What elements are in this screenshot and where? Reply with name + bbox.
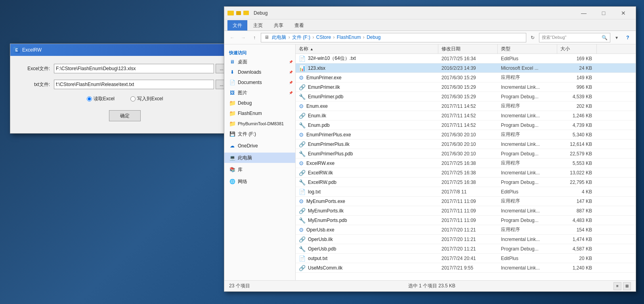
- help-button[interactable]: ?: [623, 33, 633, 42]
- file-date-cell: 2017/7/25 16:38: [438, 160, 498, 167]
- ilk-icon: 🔗: [299, 141, 306, 147]
- file-date-cell: 2017/6/30 15:29: [438, 84, 498, 91]
- col-header-type[interactable]: 类型: [498, 44, 557, 54]
- excelrw-dialog: E ExcelRW ✕ Excel文件: ... txt文件: ... 读取Ex…: [10, 44, 240, 134]
- file-type-cell: 应用程序: [498, 130, 557, 139]
- file-name-cell: 📊 123.xlsx: [296, 64, 438, 72]
- file-size-cell: 147 KB: [557, 198, 597, 205]
- downloads-icon: ⬇: [229, 69, 235, 75]
- file-date-cell: 2017/7/20 11:21: [438, 245, 498, 252]
- table-row[interactable]: 🔗 OperUsb.ilk 2017/7/20 11:21 Incrementa…: [296, 235, 636, 244]
- search-icon[interactable]: 🔍: [602, 35, 608, 40]
- file-date-cell: 2017/7/8 11: [438, 188, 498, 195]
- tab-view[interactable]: 查看: [289, 20, 309, 31]
- file-type-cell: Incremental Link...: [498, 236, 557, 243]
- file-type-cell: Incremental Link...: [498, 84, 557, 91]
- sidebar-item-drive-f[interactable]: 💾 文件 (F:): [224, 129, 295, 139]
- table-row[interactable]: 🔗 UseMsComm.ilk 2017/7/21 9:55 Increment…: [296, 263, 636, 273]
- txt-file-input[interactable]: [54, 80, 214, 89]
- back-button[interactable]: ←: [227, 33, 237, 42]
- table-row[interactable]: 🔧 Enum.pdb 2017/7/11 14:52 Program Debug…: [296, 120, 636, 130]
- pictures-icon: 🖼: [229, 90, 235, 96]
- sidebar-item-downloads[interactable]: ⬇ Downloads 📌: [224, 67, 295, 77]
- address-path[interactable]: 🖥 此电脑 › 文件 (F:) › CStore › FlashEnum › D…: [261, 33, 526, 42]
- col-header-date[interactable]: 修改日期: [438, 44, 498, 54]
- table-row[interactable]: ⚙ EnumPrimerPlus.exe 2017/6/30 20:10 应用程…: [296, 130, 636, 140]
- table-row[interactable]: 🔗 MyEnumPorts.ilk 2017/7/11 11:09 Increm…: [296, 206, 636, 216]
- table-row[interactable]: 🔗 Enum.ilk 2017/7/11 14:52 Incremental L…: [296, 111, 636, 120]
- file-date-cell: 2017/7/25 16:38: [438, 179, 498, 186]
- status-bar: 23 个项目 选中 1 个项目 23.5 KB ≡ ⊞: [224, 280, 636, 291]
- sidebar-item-pictures[interactable]: 🖼 图片 📌: [224, 88, 295, 98]
- table-row[interactable]: ⚙ EmunPrimer.exe 2017/6/30 15:29 应用程序 14…: [296, 73, 636, 82]
- file-name: ExcelRW.pdb: [308, 180, 336, 185]
- col-header-name[interactable]: 名称 ▲: [296, 44, 438, 54]
- close-button[interactable]: ✕: [614, 7, 633, 19]
- table-row[interactable]: 🔧 MyEnumPorts.pdb 2017/7/11 11:09 Progra…: [296, 216, 636, 225]
- expand-button[interactable]: ▾: [612, 33, 621, 42]
- table-row[interactable]: 🔧 EmunPrimer.pdb 2017/6/30 15:29 Program…: [296, 92, 636, 101]
- pdb-icon: 🔧: [299, 122, 306, 128]
- minimize-button[interactable]: —: [575, 7, 593, 19]
- pdb-icon: 🔧: [299, 246, 306, 252]
- write-excel-option[interactable]: 写入到Excel: [130, 96, 163, 102]
- table-row[interactable]: ⚙ Enum.exe 2017/7/11 14:52 应用程序 202 KB: [296, 101, 636, 111]
- table-row[interactable]: ⚙ MyEnumPorts.exe 2017/7/11 11:09 应用程序 1…: [296, 197, 636, 206]
- file-name: ExcelRW.exe: [306, 161, 334, 166]
- file-date-cell: 2017/7/25 16:38: [438, 169, 498, 176]
- file-name-cell: 🔗 UseMsComm.ilk: [296, 264, 438, 272]
- tab-home[interactable]: 主页: [248, 20, 268, 31]
- network-section: 🌐 网络: [224, 176, 295, 187]
- maximize-button[interactable]: □: [594, 7, 613, 19]
- file-name: EnumPrimerPlus.ilk: [308, 141, 350, 147]
- table-row[interactable]: ⚙ ExcelRW.exe 2017/7/25 16:38 应用程序 5,553…: [296, 159, 636, 168]
- sidebar-item-thispc[interactable]: 💻 此电脑: [224, 153, 295, 163]
- table-row[interactable]: ⚙ OperUsb.exe 2017/7/20 11:21 应用程序 154 K…: [296, 225, 636, 235]
- view-detail-button[interactable]: ⊞: [623, 282, 631, 290]
- table-row[interactable]: 📊 123.xlsx 2016/2/23 14:39 Microsoft Exc…: [296, 63, 636, 73]
- table-row[interactable]: 🔗 ExcelRW.ilk 2017/7/25 16:38 Incrementa…: [296, 168, 636, 178]
- sidebar-item-flashenum[interactable]: 📁 FlashEnum: [224, 108, 295, 119]
- sidebar-item-onedrive[interactable]: ☁ OneDrive: [224, 141, 295, 151]
- table-row[interactable]: 🔗 EmunPrimer.ilk 2017/6/30 15:29 Increme…: [296, 82, 636, 92]
- file-type-cell: Program Debug...: [498, 150, 557, 157]
- file-name-cell: 🔗 ExcelRW.ilk: [296, 169, 438, 177]
- view-list-button[interactable]: ≡: [613, 282, 621, 290]
- table-row[interactable]: 📄 32#-win10（64位）.txt 2017/7/25 16:34 Edi…: [296, 54, 636, 63]
- excel-file-input[interactable]: [54, 64, 214, 73]
- forward-button[interactable]: →: [239, 33, 248, 42]
- search-box[interactable]: 搜索"Debug" 🔍: [539, 33, 610, 42]
- write-excel-radio[interactable]: [130, 96, 136, 101]
- pin-icon-desktop: 📌: [289, 60, 292, 63]
- table-row[interactable]: 🔧 ExcelRW.pdb 2017/7/25 16:38 Program De…: [296, 178, 636, 187]
- refresh-button[interactable]: ↻: [528, 33, 537, 42]
- read-excel-radio[interactable]: [87, 96, 92, 101]
- tab-share[interactable]: 共享: [269, 20, 289, 31]
- file-name-cell: 📄 32#-win10（64位）.txt: [296, 54, 438, 63]
- col-header-size[interactable]: 大小: [557, 44, 597, 54]
- tab-file[interactable]: 文件: [227, 20, 247, 31]
- status-selected: 选中 1 个项目 23.5 KB: [408, 283, 455, 289]
- sidebar-item-phyburtin[interactable]: 📁 PhyBurninTool-DM8381: [224, 119, 295, 129]
- file-type-cell: Incremental Link...: [498, 141, 557, 148]
- table-row[interactable]: 📄 output.txt 2017/7/24 20:41 EditPlus 20…: [296, 254, 636, 263]
- table-row[interactable]: 🔧 EnumPrimerPlus.pdb 2017/6/30 20:10 Pro…: [296, 149, 636, 159]
- table-row[interactable]: 🔧 OperUsb.pdb 2017/7/20 11:21 Program De…: [296, 244, 636, 254]
- sidebar-item-debug[interactable]: 📁 Debug: [224, 98, 295, 108]
- sidebar-label-documents: Documents: [238, 80, 262, 85]
- table-row[interactable]: 🔗 EnumPrimerPlus.ilk 2017/6/30 20:10 Inc…: [296, 140, 636, 149]
- quick-access-label: 快速访问: [224, 48, 295, 57]
- read-excel-option[interactable]: 读取Excel: [87, 96, 115, 102]
- file-name-cell: ⚙ EmunPrimer.exe: [296, 74, 438, 82]
- sidebar-item-documents[interactable]: 📄 Documents 📌: [224, 77, 295, 88]
- file-date-cell: 2017/7/11 11:09: [438, 217, 498, 224]
- file-date-cell: 2017/7/20 11:21: [438, 226, 498, 233]
- desktop-icon: 🖥: [229, 59, 235, 65]
- sidebar-item-network[interactable]: 🌐 网络: [224, 176, 295, 187]
- sidebar-item-library[interactable]: 📚 库: [224, 164, 295, 175]
- table-row[interactable]: 📄 log.txt 2017/7/8 11 EditPlus 4 KB: [296, 187, 636, 197]
- sidebar-item-desktop[interactable]: 🖥 桌面 📌: [224, 57, 295, 67]
- up-button[interactable]: ↑: [250, 33, 259, 42]
- confirm-button[interactable]: 确定: [109, 110, 141, 121]
- file-type-cell: Program Debug...: [498, 217, 557, 224]
